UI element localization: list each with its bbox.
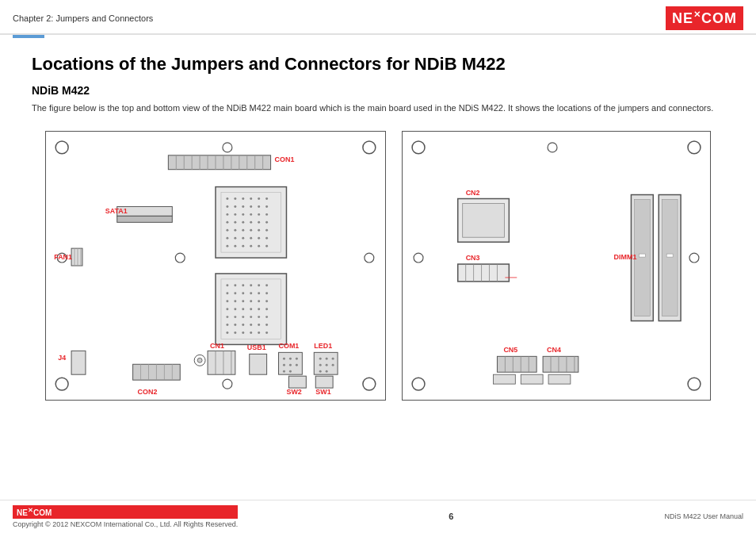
svg-point-114 bbox=[226, 332, 228, 334]
svg-point-59 bbox=[234, 228, 236, 231]
svg-point-130 bbox=[283, 357, 285, 359]
svg-point-48 bbox=[242, 213, 244, 215]
board-diagrams: CON1 SATA1 FAN1 bbox=[32, 131, 724, 401]
svg-text:DIMM1: DIMM1 bbox=[614, 253, 637, 261]
svg-rect-25 bbox=[117, 216, 173, 222]
svg-point-136 bbox=[283, 370, 285, 372]
svg-point-97 bbox=[234, 308, 236, 310]
svg-point-66 bbox=[242, 236, 244, 239]
svg-point-95 bbox=[265, 300, 268, 302]
svg-point-162 bbox=[412, 140, 425, 153]
svg-point-5 bbox=[365, 253, 374, 263]
svg-rect-185 bbox=[662, 199, 678, 316]
svg-point-73 bbox=[250, 244, 252, 247]
svg-point-53 bbox=[234, 220, 236, 223]
svg-point-164 bbox=[412, 378, 425, 390]
svg-point-83 bbox=[265, 284, 268, 286]
svg-point-75 bbox=[265, 244, 268, 247]
svg-point-140 bbox=[319, 357, 322, 359]
svg-point-92 bbox=[242, 300, 244, 302]
page-footer: NE✕COM Copyright © 2012 NEXCOM Internati… bbox=[0, 500, 756, 533]
svg-text:CN4: CN4 bbox=[547, 346, 561, 354]
svg-rect-120 bbox=[71, 351, 86, 374]
svg-point-38 bbox=[258, 197, 260, 200]
svg-point-61 bbox=[250, 228, 252, 231]
svg-point-62 bbox=[258, 228, 260, 231]
svg-point-98 bbox=[242, 308, 244, 310]
footer-manual: NDiS M422 User Manual bbox=[664, 512, 743, 520]
svg-text:SW1: SW1 bbox=[315, 388, 330, 396]
svg-rect-127 bbox=[250, 354, 267, 374]
svg-point-70 bbox=[226, 244, 228, 247]
svg-point-111 bbox=[250, 324, 252, 326]
svg-rect-181 bbox=[634, 199, 650, 316]
svg-point-7 bbox=[175, 253, 185, 263]
svg-text:CN1: CN1 bbox=[210, 342, 224, 350]
board-right: CN2 CN3 DIMM1 bbox=[402, 131, 711, 401]
svg-text:FAN1: FAN1 bbox=[54, 253, 72, 261]
svg-point-137 bbox=[289, 370, 292, 372]
svg-point-109 bbox=[234, 324, 236, 326]
svg-text:CON2: CON2 bbox=[138, 388, 158, 396]
svg-point-41 bbox=[234, 205, 236, 207]
svg-point-3 bbox=[363, 378, 376, 390]
svg-point-96 bbox=[226, 308, 228, 310]
svg-point-145 bbox=[332, 363, 334, 366]
svg-point-119 bbox=[265, 332, 268, 334]
svg-text:SATA1: SATA1 bbox=[105, 207, 128, 215]
svg-point-72 bbox=[242, 244, 244, 247]
board-right-svg: CN2 CN3 DIMM1 bbox=[403, 132, 710, 400]
chapter-label: Chapter 2: Jumpers and Connectors bbox=[13, 13, 153, 23]
page-title: Locations of the Jumpers and Connectors … bbox=[32, 54, 724, 75]
svg-point-143 bbox=[319, 363, 322, 366]
svg-point-102 bbox=[226, 316, 228, 318]
svg-point-146 bbox=[319, 370, 322, 372]
svg-point-40 bbox=[226, 205, 228, 207]
svg-text:LED1: LED1 bbox=[314, 342, 332, 350]
svg-point-93 bbox=[250, 300, 252, 302]
svg-rect-170 bbox=[463, 203, 505, 237]
svg-text:J4: J4 bbox=[58, 354, 66, 362]
svg-point-42 bbox=[242, 205, 244, 207]
footer-logo: NE✕COM bbox=[13, 505, 238, 519]
svg-point-118 bbox=[258, 332, 260, 334]
description-text: The figure below is the top and bottom v… bbox=[32, 102, 724, 115]
svg-point-56 bbox=[258, 220, 260, 223]
main-content: Locations of the Jumpers and Connectors … bbox=[0, 38, 756, 408]
svg-point-58 bbox=[226, 228, 228, 231]
svg-point-132 bbox=[296, 357, 298, 359]
svg-point-74 bbox=[258, 244, 260, 247]
section-title: NDiB M422 bbox=[32, 84, 724, 97]
svg-point-60 bbox=[242, 228, 244, 231]
svg-rect-186 bbox=[666, 254, 673, 257]
svg-point-43 bbox=[250, 205, 252, 207]
svg-point-94 bbox=[258, 300, 260, 302]
footer-left: NE✕COM Copyright © 2012 NEXCOM Internati… bbox=[13, 505, 238, 528]
svg-point-46 bbox=[226, 213, 228, 215]
svg-text:CN3: CN3 bbox=[466, 254, 480, 262]
svg-point-52 bbox=[226, 220, 228, 223]
svg-point-108 bbox=[226, 324, 228, 326]
svg-point-81 bbox=[250, 284, 252, 286]
svg-rect-193 bbox=[543, 356, 578, 372]
svg-point-103 bbox=[234, 316, 236, 318]
svg-point-101 bbox=[265, 308, 268, 310]
svg-point-99 bbox=[250, 308, 252, 310]
svg-point-88 bbox=[258, 292, 260, 294]
svg-point-64 bbox=[226, 236, 228, 239]
svg-text:SW2: SW2 bbox=[286, 388, 301, 396]
svg-text:COM1: COM1 bbox=[279, 342, 300, 350]
svg-point-115 bbox=[234, 332, 236, 334]
svg-point-44 bbox=[258, 205, 260, 207]
page-header: Chapter 2: Jumpers and Connectors NE✕COM bbox=[0, 0, 756, 35]
svg-point-116 bbox=[242, 332, 244, 334]
svg-text:CN2: CN2 bbox=[466, 188, 480, 196]
svg-point-39 bbox=[265, 197, 268, 200]
svg-point-166 bbox=[414, 253, 423, 263]
svg-point-91 bbox=[234, 300, 236, 302]
svg-point-90 bbox=[226, 300, 228, 302]
svg-point-82 bbox=[258, 284, 260, 286]
footer-copyright: Copyright © 2012 NEXCOM International Co… bbox=[13, 520, 238, 528]
svg-point-55 bbox=[250, 220, 252, 223]
svg-text:USB1: USB1 bbox=[247, 343, 266, 351]
